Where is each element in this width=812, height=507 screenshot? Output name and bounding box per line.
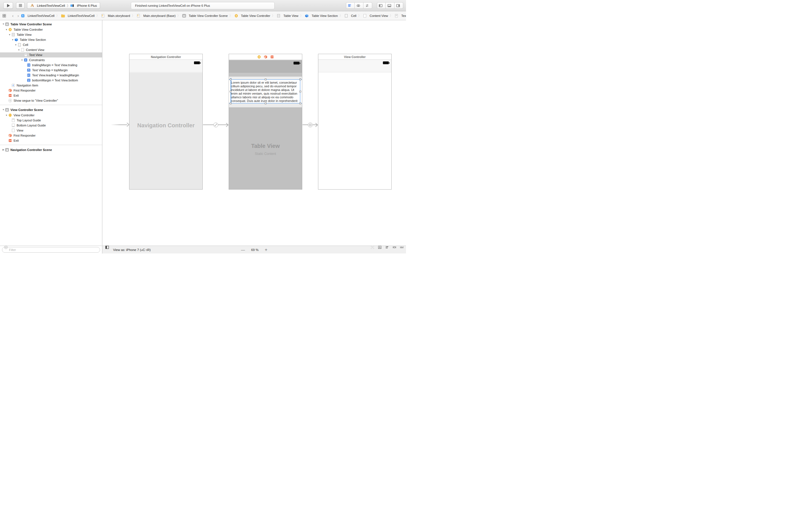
disclosure-triangle[interactable]: ▼ (2, 23, 5, 25)
disclosure-triangle[interactable]: ▶ (2, 149, 5, 151)
root-view-controller-segue[interactable] (203, 122, 229, 127)
resize-handle[interactable] (230, 78, 232, 80)
resize-handle[interactable] (265, 78, 266, 80)
outline-row-first-responder[interactable]: 1First Responder (0, 88, 102, 93)
version-editor-button[interactable] (363, 2, 372, 9)
scheme-selector[interactable]: LinkedTextViewCell ❭ iPhone 6 Plus (27, 2, 100, 9)
selected-text-view[interactable]: Lorem ipsum dolor sit er elit lamet, con… (229, 79, 302, 103)
outline-row-navigation-item[interactable]: Navigation Item (0, 83, 102, 88)
jumpbar-item-linkedtextviewcell[interactable]: LinkedTextViewCell (21, 14, 54, 18)
disclosure-triangle[interactable]: ▼ (14, 44, 17, 46)
back-button[interactable]: ‹ (10, 13, 15, 18)
jumpbar-item-linkedtextviewcell[interactable]: LinkedTextViewCell (61, 14, 94, 18)
outline-row-show-segue-to-view-controller[interactable]: Show segue to “View Controller” (0, 98, 102, 103)
outline-row-trailingmargin-text-view-trailing[interactable]: trailingMargin = Text View.trailing (0, 62, 102, 68)
view-controller-scene-card[interactable]: View Controller (318, 54, 392, 189)
outline-scene-view-controller-scene[interactable]: ▼View Controller Scene (0, 107, 102, 113)
outline-row-cell[interactable]: ▼Cell (0, 42, 102, 47)
jumpbar-item-text-view[interactable]: Text View (395, 14, 406, 18)
outline-row-table-view-section[interactable]: ▼Table View Section (0, 37, 102, 42)
jumpbar-item-cell[interactable]: Cell (344, 14, 356, 18)
outline-row-bottommargin-text-view-bottom[interactable]: bottomMargin = Text View.bottom (0, 78, 102, 83)
outline-row-first-responder[interactable]: 1First Responder (0, 133, 102, 138)
resize-handle[interactable] (299, 78, 301, 80)
jumpbar-item-label: Text View (401, 14, 406, 17)
constraint-leading-icon (27, 73, 31, 77)
table-view-body[interactable]: Table View Static Content (229, 107, 302, 189)
view-controller-icon[interactable] (257, 55, 261, 59)
filter-field[interactable] (2, 247, 100, 252)
resize-handle[interactable] (299, 103, 301, 104)
scheme-project-label[interactable]: LinkedTextViewCell (37, 4, 65, 7)
outline-row-bottom-layout-guide[interactable]: Bottom Layout Guide (0, 123, 102, 128)
assistant-editor-button[interactable] (355, 2, 363, 9)
view-controller-body[interactable] (318, 73, 391, 189)
jumpbar-item-main-storyboard[interactable]: Main.storyboard (101, 14, 130, 18)
document-outline-toggle[interactable] (105, 245, 109, 254)
debug-area-toggle[interactable] (386, 2, 395, 9)
jumpbar-item-table-view-controller[interactable]: Table View Controller (234, 14, 270, 18)
disclosure-triangle[interactable]: ▼ (8, 34, 11, 36)
outline-row-constraints[interactable]: ▼Constraints (0, 57, 102, 62)
outline-row-table-view[interactable]: ▼Table View (0, 32, 102, 37)
navigation-controller-card-title[interactable]: Navigation Controller (130, 54, 202, 60)
zoom-out-button[interactable]: — (241, 248, 245, 252)
relationship-segue-icon[interactable] (213, 122, 218, 127)
outline-row-text-view[interactable]: Text View (0, 52, 102, 57)
outline-row-view[interactable]: View (0, 128, 102, 133)
disclosure-triangle[interactable]: ▼ (17, 49, 20, 51)
filter-input[interactable] (9, 248, 98, 251)
outline-row-top-layout-guide[interactable]: Top Layout Guide (0, 118, 102, 123)
resize-handle[interactable] (230, 103, 232, 104)
show-segue-icon[interactable] (308, 122, 313, 127)
outline-scene-table-view-controller-scene[interactable]: ▼Table View Controller Scene (0, 21, 102, 27)
jumpbar-item-table-view-controller-scene[interactable]: Table View Controller Scene (182, 14, 228, 18)
stop-button[interactable] (16, 2, 24, 9)
jumpbar-item-table-view-section[interactable]: Table View Section (305, 14, 338, 18)
zoom-in-button[interactable]: + (265, 247, 267, 252)
navigator-panel-toggle[interactable] (377, 2, 386, 9)
view-as-button[interactable]: View as: iPhone 7 (wC hR) (113, 248, 151, 251)
forward-button[interactable]: › (15, 13, 21, 18)
disclosure-triangle[interactable]: ▼ (20, 59, 24, 61)
outline-row-table-view-controller[interactable]: ▼Table View Controller (0, 27, 102, 32)
resize-handle[interactable] (265, 103, 266, 104)
disclosure-triangle[interactable]: ▼ (5, 29, 8, 31)
resolve-layout-issues-button[interactable] (400, 245, 404, 254)
add-constraints-button[interactable] (393, 245, 396, 254)
related-items-button[interactable] (2, 14, 8, 18)
outline-row-text-view-leading-leadingmargin[interactable]: Text View.leading = leadingMargin (0, 73, 102, 78)
project-scheme-icon (30, 4, 34, 8)
table-view-controller-scene-card[interactable]: 1 Lorem ipsum dolor sit er elit lamet, c… (229, 54, 302, 189)
outline-scene-navigation-controller-scene[interactable]: ▶Navigation Controller Scene (0, 147, 102, 153)
jumpbar-item-main-storyboard-base[interactable]: Main.storyboard (Base) (137, 14, 175, 18)
outline-row-view-controller[interactable]: ▼View Controller (0, 113, 102, 118)
exit-icon[interactable] (270, 55, 274, 59)
initial-view-controller-arrow[interactable] (111, 122, 130, 127)
text-view-content[interactable]: Lorem ipsum dolor sit er elit lamet, con… (229, 80, 302, 103)
outline-row-text-view-top-topmargin[interactable]: Text View.top = topMargin (0, 68, 102, 73)
run-button[interactable] (3, 2, 13, 9)
table-view-controller-card-header[interactable]: 1 (229, 54, 302, 60)
outline-row-exit[interactable]: Exit (0, 93, 102, 98)
navigation-controller-body[interactable]: Navigation Controller (130, 73, 202, 189)
outline-row-exit[interactable]: Exit (0, 138, 102, 143)
disclosure-triangle[interactable]: ▼ (11, 39, 14, 41)
show-segue[interactable] (303, 122, 318, 127)
outline-row-content-view[interactable]: ▼Content View (0, 47, 102, 52)
standard-editor-button[interactable] (346, 2, 355, 9)
align-button[interactable] (385, 245, 389, 254)
scheme-device-label[interactable]: iPhone 6 Plus (77, 4, 97, 7)
navigation-controller-scene-card[interactable]: Navigation Controller Navigation Control… (129, 54, 203, 189)
disclosure-triangle[interactable]: ▼ (2, 108, 5, 111)
jumpbar-item-table-view[interactable]: Table View (276, 14, 298, 18)
view-controller-card-title[interactable]: View Controller (318, 54, 391, 60)
resize-handle[interactable] (230, 91, 232, 93)
storyboard-canvas[interactable]: Navigation Controller Navigation Control… (102, 20, 406, 245)
utilities-panel-toggle[interactable] (395, 2, 403, 9)
embed-in-stack-button[interactable] (378, 245, 382, 254)
jumpbar-item-content-view[interactable]: Content View (363, 14, 388, 18)
disclosure-triangle[interactable]: ▼ (5, 114, 8, 117)
first-responder-icon[interactable]: 1 (264, 55, 267, 59)
resize-handle[interactable] (299, 91, 301, 93)
